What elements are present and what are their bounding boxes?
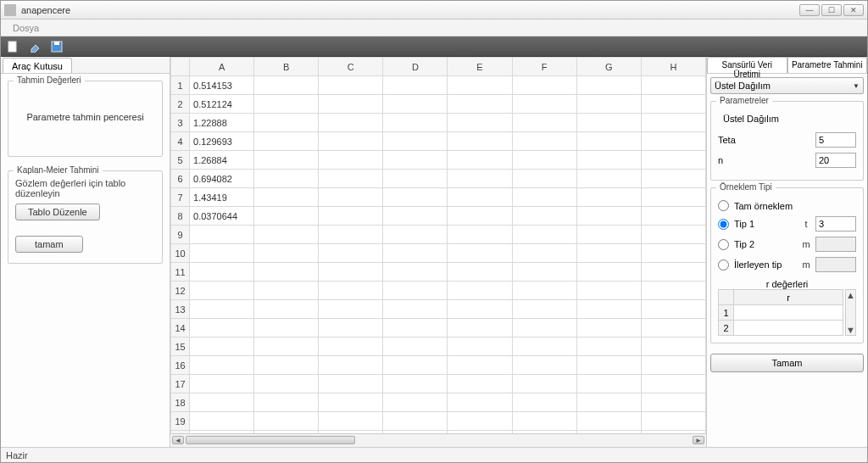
cell[interactable] (512, 244, 576, 263)
cell[interactable] (254, 412, 319, 431)
cell[interactable] (576, 244, 641, 263)
cell[interactable] (319, 319, 383, 337)
scroll-left-icon[interactable]: ◄ (172, 436, 184, 444)
row-header[interactable]: 13 (171, 300, 190, 319)
cell[interactable] (448, 207, 512, 226)
col-header-B[interactable]: B (254, 58, 319, 76)
cell[interactable] (319, 356, 383, 375)
cell[interactable] (448, 393, 512, 412)
cell[interactable] (448, 95, 512, 114)
cell[interactable] (190, 300, 254, 319)
cell[interactable] (319, 188, 383, 207)
cell[interactable] (641, 151, 705, 170)
row-header[interactable]: 17 (171, 375, 190, 393)
cell[interactable] (641, 356, 705, 375)
cell[interactable] (254, 114, 319, 132)
cell[interactable] (383, 132, 448, 151)
cell[interactable] (319, 151, 383, 170)
cell[interactable]: 0.694082 (190, 170, 254, 188)
cell[interactable] (576, 263, 641, 282)
cell[interactable] (576, 95, 641, 114)
cell[interactable] (448, 132, 512, 151)
cell[interactable] (641, 319, 705, 337)
cell[interactable] (254, 300, 319, 319)
cell[interactable]: 1.22888 (190, 114, 254, 132)
cell[interactable] (641, 300, 705, 319)
cell[interactable] (190, 356, 254, 375)
cell[interactable]: 1.43419 (190, 188, 254, 207)
cell[interactable] (512, 412, 576, 431)
menu-file[interactable]: Dosya (6, 21, 46, 35)
cell[interactable] (319, 114, 383, 132)
cell[interactable]: 0.0370644 (190, 207, 254, 226)
cell[interactable] (254, 188, 319, 207)
row-header[interactable]: 18 (171, 393, 190, 412)
edit-table-button[interactable]: Tablo Düzenle (15, 204, 100, 220)
t-input[interactable] (815, 216, 856, 232)
n-input[interactable] (815, 153, 856, 168)
cell[interactable] (576, 300, 641, 319)
cell[interactable] (190, 337, 254, 356)
cell[interactable] (576, 337, 641, 356)
radio-progressive[interactable] (718, 259, 729, 271)
cell[interactable] (512, 393, 576, 412)
col-header-F[interactable]: F (512, 58, 576, 76)
save-icon[interactable] (50, 40, 64, 53)
row-header[interactable]: 3 (171, 114, 190, 132)
scroll-thumb[interactable] (186, 436, 355, 444)
cell[interactable] (448, 375, 512, 393)
cell[interactable] (254, 263, 319, 282)
row-header[interactable]: 2 (171, 95, 190, 114)
cell[interactable] (576, 375, 641, 393)
cell[interactable] (448, 263, 512, 282)
cell[interactable] (641, 337, 705, 356)
r-values-table[interactable]: r 1 2 (718, 289, 843, 336)
row-header[interactable]: 1 (171, 76, 190, 95)
cell[interactable] (319, 95, 383, 114)
row-header[interactable]: 19 (171, 412, 190, 431)
cell[interactable] (383, 95, 448, 114)
cell[interactable] (576, 170, 641, 188)
cell[interactable] (641, 393, 705, 412)
cell[interactable] (190, 282, 254, 300)
spreadsheet[interactable]: ABCDEFGH 10.51415320.51212431.2288840.12… (170, 57, 706, 433)
cell[interactable] (319, 337, 383, 356)
row-header[interactable]: 10 (171, 244, 190, 263)
row-header[interactable]: 12 (171, 282, 190, 300)
tab-toolbox[interactable]: Araç Kutusu (3, 58, 72, 73)
cell[interactable] (383, 207, 448, 226)
tab-censored-data[interactable]: Sansürlü Veri Üretimi (707, 57, 787, 73)
cell[interactable] (448, 300, 512, 319)
eraser-icon[interactable] (28, 40, 42, 53)
cell[interactable] (319, 170, 383, 188)
cell[interactable] (254, 76, 319, 95)
cell[interactable] (448, 151, 512, 170)
col-header-A[interactable]: A (190, 58, 254, 76)
cell[interactable] (641, 170, 705, 188)
cell[interactable] (448, 412, 512, 431)
cell[interactable] (319, 375, 383, 393)
cell[interactable] (512, 151, 576, 170)
cell[interactable] (383, 226, 448, 244)
cell[interactable] (190, 263, 254, 282)
cell[interactable]: 1.26884 (190, 151, 254, 170)
cell[interactable] (254, 244, 319, 263)
horizontal-scrollbar[interactable]: ◄ ► (170, 433, 706, 447)
cell[interactable] (576, 76, 641, 95)
new-file-icon[interactable] (6, 40, 19, 53)
cell[interactable] (641, 282, 705, 300)
cell[interactable] (576, 188, 641, 207)
cell[interactable] (576, 282, 641, 300)
cell[interactable] (512, 319, 576, 337)
cell[interactable] (448, 188, 512, 207)
cell[interactable] (512, 76, 576, 95)
cell[interactable] (448, 337, 512, 356)
row-header[interactable]: 8 (171, 207, 190, 226)
cell[interactable] (448, 170, 512, 188)
row-header[interactable]: 6 (171, 170, 190, 188)
row-header[interactable]: 11 (171, 263, 190, 282)
cell[interactable] (383, 263, 448, 282)
close-button[interactable]: ✕ (843, 4, 864, 16)
cell[interactable] (383, 282, 448, 300)
cell[interactable] (190, 412, 254, 431)
